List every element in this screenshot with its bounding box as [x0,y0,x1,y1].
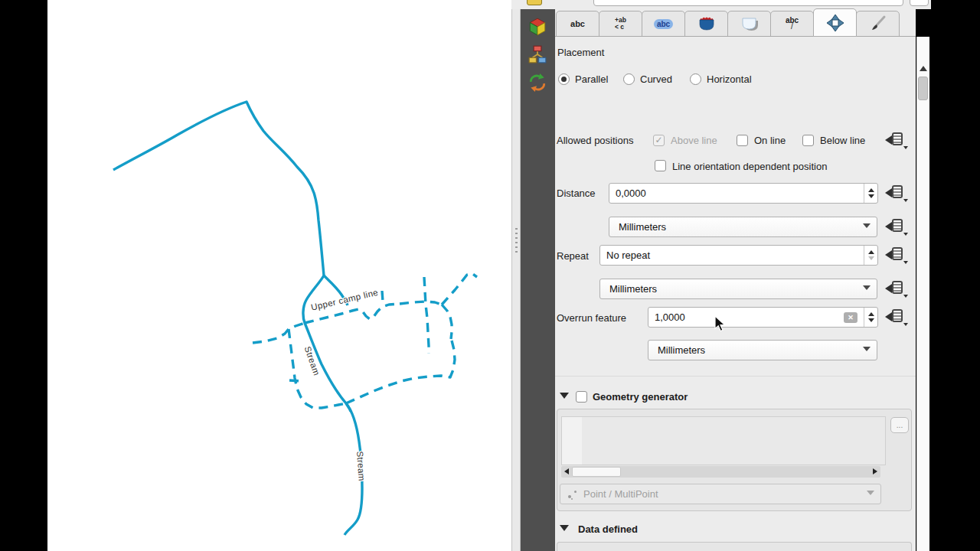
combo-arrow-icon [863,285,871,290]
tab-buffer[interactable]: abc [642,11,685,37]
overrun-unit-combo[interactable]: Millimeters [648,340,877,360]
combo-arrow-icon [867,491,874,495]
overrun-override-button[interactable] [885,308,908,325]
tab-background[interactable] [684,11,728,37]
splitter-handle-dots[interactable] [515,228,518,254]
checkbox-below-line-label: Below line [820,135,865,146]
override-caret-icon [903,261,908,264]
geometry-type-value: Point / MultiPoint [583,488,658,500]
override-sheet-icon [892,132,903,145]
repeat-override-button[interactable] [885,246,908,263]
tab-shadow[interactable] [727,11,771,37]
checkbox-line-orientation[interactable] [655,160,666,171]
repeat-unit-override-button[interactable] [885,280,908,297]
allowed-positions-label: Allowed positions [557,135,633,146]
spin-up-icon[interactable] [868,250,874,254]
symbology-cube-icon[interactable] [528,17,547,37]
override-arrow-icon [885,284,892,293]
rendering-tab-icon [869,15,887,33]
scroll-right-arrow-icon[interactable] [873,468,877,474]
geometry-generator-checkbox[interactable] [576,391,587,403]
scroll-left-arrow-icon[interactable] [564,468,569,474]
expression-browse-button[interactable]: ... [890,417,909,433]
radio-parallel[interactable] [558,73,570,85]
style-dock [521,9,555,551]
overrun-feature-label: Overrun feature [557,312,626,324]
override-caret-icon [903,233,908,236]
distance-unit-combo[interactable]: Millimeters [609,217,877,237]
override-arrow-icon [885,222,892,231]
repeat-spinner[interactable] [864,246,877,265]
checkbox-line-orientation-label: Line orientation dependent position [672,161,827,172]
override-arrow-icon [885,135,892,145]
vertical-scrollbar-thumb[interactable] [918,77,928,100]
top-mini-button[interactable] [910,0,929,6]
radio-parallel-label: Parallel [575,73,608,85]
radio-horizontal[interactable] [690,73,701,85]
distance-spinbox[interactable] [609,183,878,204]
spin-up-icon[interactable] [868,312,874,316]
geometry-generator-title: Geometry generator [593,391,688,403]
geometry-type-combo[interactable]: Point / MultiPoint [560,484,881,504]
overrun-spinner[interactable] [864,308,877,327]
spin-down-icon[interactable] [868,194,874,198]
radio-curved-label: Curved [640,73,672,85]
scroll-up-arrow-icon[interactable] [920,66,927,71]
tabbar-border [555,36,916,37]
radio-curved[interactable] [623,73,635,85]
stream-layer-svg [47,0,511,551]
override-sheet-icon [892,309,903,322]
repeat-spinbox[interactable] [599,245,878,266]
automated-placement-icon[interactable] [527,0,542,5]
override-sheet-icon [892,219,903,232]
distance-input[interactable] [616,184,803,202]
buffer-tab-icon: abc [654,19,673,29]
overrun-unit-value: Millimeters [658,344,705,356]
spin-down-icon[interactable] [868,318,874,322]
shadow-tab-icon [740,15,760,32]
expression-horizontal-scrollbar[interactable] [561,466,880,478]
vertical-scrollbar[interactable] [916,37,929,551]
tab-formatting[interactable]: +ab < c [599,11,642,37]
radio-selected-dot [561,77,567,82]
callouts-tab-icon: abc / [786,18,799,30]
override-arrow-icon [885,188,892,197]
tab-text[interactable]: abc [556,11,599,37]
spin-up-icon[interactable] [868,188,874,192]
horizontal-scrollbar-thumb[interactable] [572,467,621,477]
formatting-tab-icon: +ab < c [615,17,626,31]
overrun-spinbox[interactable]: ✕ [648,307,878,328]
checkbox-on-line[interactable] [737,135,748,146]
geometry-generator-collapse-icon[interactable] [560,393,569,399]
tab-callouts[interactable]: abc / [770,11,814,37]
override-arrow-icon [885,250,892,259]
mouse-cursor [714,315,727,332]
placement-section-title: Placement [557,47,604,58]
override-caret-icon [903,295,908,298]
panel-splitter[interactable] [511,0,521,551]
allowed-positions-override-button[interactable] [885,132,908,148]
repeat-unit-combo[interactable]: Millimeters [599,279,877,299]
override-caret-icon [903,146,908,149]
tab-placement[interactable] [813,8,857,37]
history-arrows-icon[interactable] [528,73,547,93]
search-input[interactable] [593,0,903,6]
stream-line-lower [303,276,362,535]
tab-rendering[interactable] [856,11,900,37]
checkbox-above-line[interactable]: ✓ [653,135,665,146]
map-canvas[interactable]: Upper camp line Stream Stream [47,0,511,551]
spin-down-icon[interactable] [868,256,874,260]
clear-value-icon[interactable]: ✕ [844,312,858,323]
distance-spinner[interactable] [864,184,877,203]
distance-override-button[interactable] [885,184,908,201]
checkbox-below-line[interactable] [802,135,814,146]
expression-editor[interactable] [561,416,886,465]
override-caret-icon [903,323,908,326]
repeat-input[interactable] [606,246,800,264]
distance-unit-override-button[interactable] [885,218,908,235]
expression-editor-gutter [562,417,582,465]
override-sheet-icon [892,185,903,198]
text-tab-icon: abc [570,19,585,28]
topology-icon[interactable] [528,44,547,64]
data-defined-collapse-icon[interactable] [560,525,569,531]
